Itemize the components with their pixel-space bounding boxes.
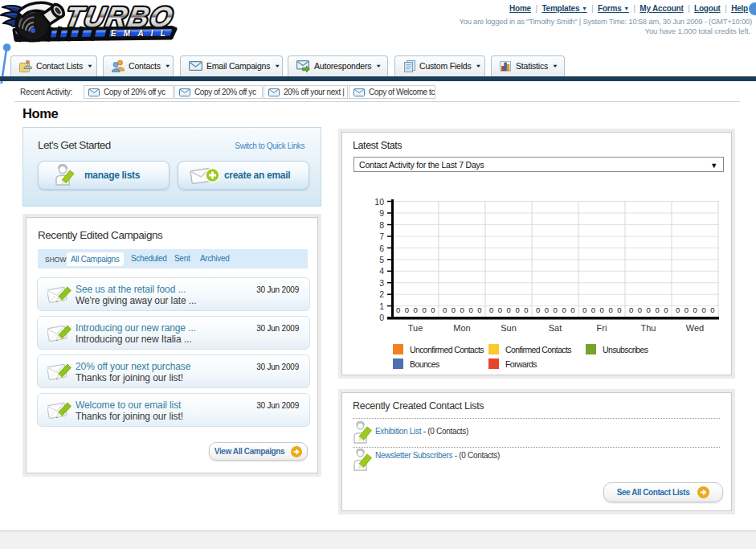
svg-text:TURBO: TURBO: [63, 1, 177, 32]
